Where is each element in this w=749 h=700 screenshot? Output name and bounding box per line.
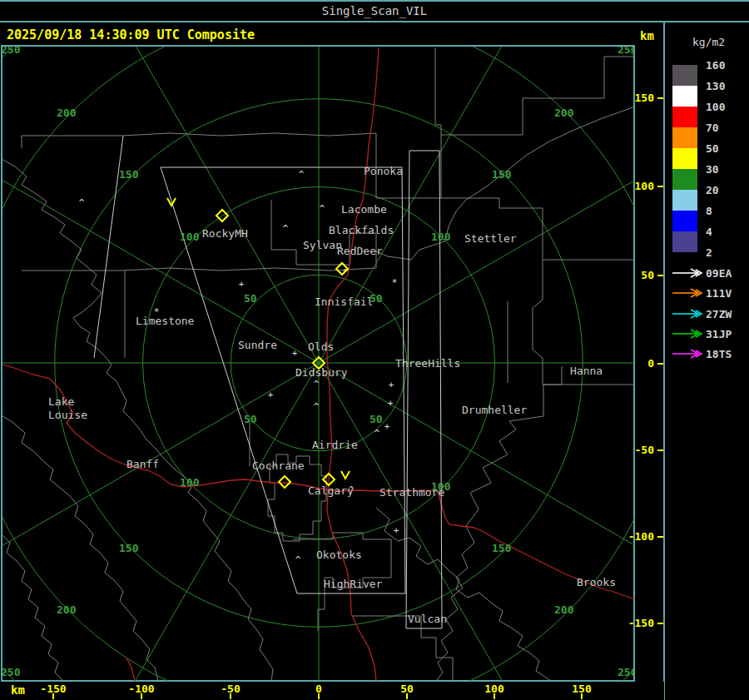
ring-distance-label: 200 bbox=[57, 107, 77, 119]
city-label: Lacombe bbox=[341, 203, 387, 216]
ring-distance-label: 100 bbox=[180, 476, 200, 489]
track-arrow-icon bbox=[671, 308, 706, 320]
county-boundary bbox=[122, 133, 376, 198]
scale-value-label: 130 bbox=[706, 80, 725, 92]
bottom-axis-tick-mark bbox=[406, 693, 408, 699]
right-axis-tick-label: 100 bbox=[635, 180, 654, 192]
scale-color-block bbox=[672, 107, 697, 127]
track-id-label: 31JP bbox=[706, 328, 732, 340]
ring-distance-label: 250 bbox=[1, 666, 21, 678]
track-legend-row: 27ZW bbox=[666, 308, 749, 321]
bottom-axis-tick-mark bbox=[52, 693, 54, 699]
ring-distance-label: 50 bbox=[370, 413, 383, 425]
ring-distance-label: 150 bbox=[119, 168, 139, 181]
city-label: Hanna bbox=[570, 365, 603, 377]
town-marker: * bbox=[154, 306, 160, 317]
town-marker: ^ bbox=[349, 484, 355, 495]
radial-line bbox=[86, 0, 319, 363]
radar-site-marker[interactable] bbox=[279, 476, 290, 488]
scale-color-block bbox=[672, 190, 697, 211]
ring-distance-label: 150 bbox=[492, 542, 512, 554]
town-marker: ^ bbox=[314, 401, 320, 412]
town-marker: + bbox=[388, 398, 394, 409]
ring-distance-label: 200 bbox=[554, 603, 574, 616]
right-axis-tick-mark bbox=[657, 536, 663, 538]
scale-value-label: 100 bbox=[706, 101, 725, 113]
city-label: ThreeHills bbox=[395, 357, 460, 370]
bottom-axis-tick-mark bbox=[141, 693, 142, 699]
town-marker: ^ bbox=[374, 428, 380, 439]
city-label: Brooks bbox=[577, 576, 616, 588]
city-label: Limestone bbox=[136, 315, 195, 327]
track-id-label: 111V bbox=[706, 287, 732, 300]
county-boundary bbox=[441, 57, 635, 135]
bottom-axis-tick-mark bbox=[230, 693, 231, 699]
storm-cell-marker[interactable] bbox=[341, 471, 350, 479]
city-label: Ponoka bbox=[364, 165, 403, 177]
bottom-axis: km -150-100-50050100150 bbox=[0, 682, 664, 700]
scale-value-label: 8 bbox=[706, 205, 712, 217]
right-axis-tick-label: -150 bbox=[628, 617, 654, 629]
track-arrow-icon bbox=[671, 328, 706, 340]
track-id-label: 27ZW bbox=[706, 308, 732, 320]
ring-distance-label: 100 bbox=[431, 231, 451, 243]
town-marker: ^ bbox=[314, 379, 320, 390]
city-label: HighRiver bbox=[324, 578, 383, 590]
scale-color-block bbox=[672, 211, 697, 231]
scale-color-block bbox=[672, 86, 697, 107]
right-axis-tick-label: 150 bbox=[635, 92, 654, 104]
city-label: Okotoks bbox=[316, 549, 362, 561]
scale-value-label: 70 bbox=[706, 122, 719, 134]
city-label: Innisfail bbox=[315, 295, 373, 308]
bottom-axis-tick-mark bbox=[494, 693, 495, 699]
right-axis-tick-mark bbox=[657, 623, 663, 624]
city-label: Didsbury bbox=[295, 366, 348, 379]
town-marker: + bbox=[394, 525, 399, 536]
track-arrow-icon bbox=[671, 348, 706, 360]
city-label: Vulcan bbox=[408, 613, 447, 625]
town-marker: + bbox=[389, 380, 394, 390]
right-axis-tick-mark bbox=[657, 449, 663, 451]
right-axis-tick-label: 0 bbox=[647, 357, 654, 370]
scale-value-label: 2 bbox=[706, 246, 712, 259]
city-label: Sundre bbox=[238, 339, 277, 351]
track-id-label: 09EA bbox=[706, 267, 732, 280]
town-marker: ^ bbox=[299, 169, 305, 180]
town-marker: * bbox=[392, 277, 398, 288]
city-label: Cochrane bbox=[252, 459, 305, 472]
radar-app-window: { "window": { "title": "Single_Scan_VIL"… bbox=[0, 0, 749, 700]
town-marker: + bbox=[268, 390, 274, 400]
track-legend-row: 09EA bbox=[666, 267, 749, 280]
town-marker: + bbox=[239, 279, 245, 290]
scale-value-label: 50 bbox=[706, 142, 719, 155]
city-label: Louise bbox=[48, 409, 87, 421]
ring-distance-label: 200 bbox=[554, 107, 574, 119]
right-axis-tick-label: -50 bbox=[635, 444, 654, 456]
county-boundary bbox=[0, 533, 63, 681]
highway-line bbox=[126, 658, 135, 681]
bottom-axis-unit: km bbox=[11, 683, 25, 697]
city-label: Olds bbox=[308, 340, 334, 353]
town-marker: ^ bbox=[295, 554, 301, 565]
scale-value-label: 160 bbox=[706, 59, 725, 72]
city-label: RedDeer bbox=[337, 245, 383, 257]
scale-value-label: 4 bbox=[706, 226, 712, 238]
city-label: Drumheller bbox=[462, 404, 527, 416]
town-marker: ^ bbox=[320, 203, 325, 214]
radial-line bbox=[86, 363, 319, 700]
city-label: Strathmore bbox=[379, 486, 444, 499]
ring-distance-label: 50 bbox=[244, 292, 257, 305]
highway-line bbox=[0, 364, 635, 599]
town-marker: ^ bbox=[79, 197, 85, 208]
city-label: Stettler bbox=[464, 232, 517, 245]
track-arrow-icon bbox=[671, 287, 706, 299]
scale-color-block bbox=[672, 231, 697, 252]
ring-distance-label: 200 bbox=[57, 603, 77, 616]
town-marker: ^ bbox=[283, 223, 289, 234]
ring-distance-label: 150 bbox=[119, 542, 139, 554]
city-label: Lake bbox=[48, 395, 74, 408]
legend-unit-label: kg/m2 bbox=[692, 36, 725, 48]
legend-panel: kg/m2 16013010070503020842 09EA111V27ZW3… bbox=[666, 22, 749, 700]
ring-distance-label: 150 bbox=[492, 168, 512, 181]
track-id-label: 18TS bbox=[706, 348, 732, 360]
